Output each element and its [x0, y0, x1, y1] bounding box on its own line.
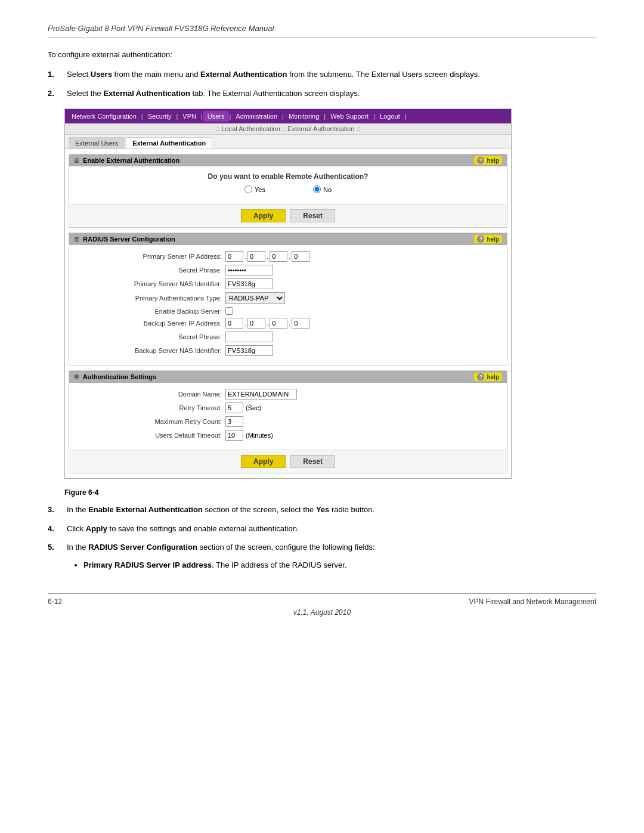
radius-config-header: ≣ RADIUS Server Configuration ? help — [69, 233, 507, 245]
domain-name-input[interactable] — [225, 389, 297, 400]
auth-settings-title: ≣ Authentication Settings — [74, 373, 156, 380]
primary-ip-label: Primary Server IP Address: — [79, 253, 222, 260]
bullet-list: Primary RADIUS Server IP address. The IP… — [83, 561, 596, 569]
nav-item-administration[interactable]: Administration — [231, 111, 281, 122]
auth-settings-body: Domain Name: Retry Timeout: (Sec) Maximu… — [69, 383, 507, 450]
tab-external-authentication[interactable]: External Authentication — [126, 137, 212, 148]
nav-item-users[interactable]: Users — [203, 111, 229, 122]
backup-secret-row: Secret Phrase: — [79, 332, 497, 342]
retry-timeout-label: Retry Timeout: — [79, 404, 222, 411]
retry-timeout-input[interactable] — [225, 402, 243, 413]
nav-item-security[interactable]: Security — [144, 111, 176, 122]
nav-item-logout[interactable]: Logout — [376, 111, 404, 122]
primary-auth-row: Primary Authentications Type: RADIUS-PAP… — [79, 292, 497, 304]
backup-ip-1[interactable] — [247, 318, 265, 329]
enable-auth-apply-button[interactable]: Apply — [241, 209, 286, 222]
enable-auth-section: ≣ Enable External Authentication ? help … — [69, 154, 507, 228]
radio-row: Yes No — [79, 185, 497, 193]
footer-right: VPN Firewall and Network Management — [469, 597, 596, 606]
nav-item-vpn[interactable]: VPN — [178, 111, 200, 122]
domain-name-label: Domain Name: — [79, 391, 222, 398]
backup-ip-label: Backup Server IP Address: — [79, 320, 222, 327]
max-retry-row: Maximum Retry Count: — [79, 416, 497, 427]
auth-settings-apply-button[interactable]: Apply — [241, 455, 286, 468]
help-icon-radius: ? — [477, 236, 484, 243]
radius-config-body: Primary Server IP Address: . . . Secret … — [69, 245, 507, 365]
secret-phrase-label: Secret Phrase: — [79, 267, 222, 274]
help-icon: ? — [477, 157, 484, 164]
primary-nas-input[interactable] — [225, 278, 273, 289]
enable-auth-help-btn[interactable]: ? help — [474, 156, 502, 165]
retry-timeout-row: Retry Timeout: (Sec) — [79, 402, 497, 413]
radio-no-option[interactable]: No — [313, 185, 332, 193]
screenshot-container: Network Configuration | Security | VPN |… — [64, 109, 512, 479]
primary-auth-select[interactable]: RADIUS-PAP RADIUS-CHAP — [225, 292, 285, 304]
enable-backup-row: Enable Backup Server: — [79, 307, 497, 315]
nav-item-monitoring[interactable]: Monitoring — [284, 111, 323, 122]
help-icon-auth: ? — [477, 373, 484, 380]
secret-phrase-row: Secret Phrase: — [79, 265, 497, 275]
intro-text: To configure external authentication: — [48, 50, 596, 59]
secret-phrase-input[interactable] — [225, 265, 273, 275]
footer-center: v1.1, August 2010 — [48, 608, 596, 617]
domain-name-row: Domain Name: — [79, 389, 497, 400]
auth-settings-header: ≣ Authentication Settings ? help — [69, 371, 507, 383]
breadcrumb-bar: :: Local Authentication :: External Auth… — [65, 123, 511, 135]
footer-left: 6-12 — [48, 597, 62, 606]
backup-secret-input[interactable] — [225, 332, 273, 342]
primary-nas-label: Primary Server NAS Identifier: — [79, 280, 222, 287]
radio-no[interactable] — [313, 185, 321, 193]
figure-caption: Figure 6-4 — [64, 488, 596, 497]
step-5: In the RADIUS Server Configuration secti… — [48, 541, 596, 553]
enable-auth-body: Do you want to enable Remote Authenticat… — [69, 166, 507, 204]
users-timeout-row: Users Default Timeout: (Minutes) — [79, 430, 497, 441]
backup-secret-label: Secret Phrase: — [79, 333, 222, 340]
backup-ip-3[interactable] — [292, 318, 309, 329]
auth-settings-help-btn[interactable]: ? help — [474, 373, 502, 381]
enable-auth-header: ≣ Enable External Authentication ? help — [69, 154, 507, 166]
primary-ip-row: Primary Server IP Address: . . . — [79, 251, 497, 262]
primary-nas-row: Primary Server NAS Identifier: — [79, 278, 497, 289]
nav-item-web-support[interactable]: Web Support — [326, 111, 373, 122]
max-retry-label: Maximum Retry Count: — [79, 418, 222, 425]
backup-nas-input[interactable] — [225, 345, 273, 356]
radio-yes[interactable] — [244, 185, 252, 193]
backup-nas-label: Backup Server NAS Identifier: — [79, 347, 222, 354]
enable-auth-reset-button[interactable]: Reset — [290, 209, 335, 222]
step-2: Select the External Authentication tab. … — [48, 88, 596, 100]
radio-yes-option[interactable]: Yes — [244, 185, 265, 193]
bullet-item-primary-radius: Primary RADIUS Server IP address. The IP… — [83, 561, 596, 569]
auth-settings-reset-button[interactable]: Reset — [290, 455, 335, 468]
enable-auth-title: ≣ Enable External Authentication — [74, 157, 179, 164]
auth-settings-button-row: Apply Reset — [69, 450, 507, 473]
backup-ip-0[interactable] — [225, 318, 243, 329]
users-timeout-input[interactable] — [225, 430, 243, 441]
retry-timeout-unit: (Sec) — [246, 404, 261, 411]
nav-item-network-config[interactable]: Network Configuration — [67, 111, 141, 122]
backup-ip-2[interactable] — [270, 318, 287, 329]
backup-ip-row: Backup Server IP Address: . . . — [79, 318, 497, 329]
users-timeout-label: Users Default Timeout: — [79, 432, 222, 439]
enable-backup-label: Enable Backup Server: — [79, 308, 222, 315]
radius-config-help-btn[interactable]: ? help — [474, 235, 502, 243]
enable-backup-checkbox[interactable] — [225, 307, 233, 315]
tab-external-users[interactable]: External Users — [69, 137, 125, 148]
backup-ip-inputs: . . . — [225, 318, 309, 329]
post-step-list: In the Enable External Authentication se… — [48, 504, 596, 553]
tab-bar: External Users External Authentication — [65, 135, 511, 149]
primary-ip-2[interactable] — [270, 251, 287, 262]
primary-ip-3[interactable] — [292, 251, 309, 262]
step-3: In the Enable External Authentication se… — [48, 504, 596, 516]
max-retry-input[interactable] — [225, 416, 243, 427]
primary-ip-0[interactable] — [225, 251, 243, 262]
primary-auth-label: Primary Authentications Type: — [79, 295, 222, 302]
primary-ip-1[interactable] — [247, 251, 265, 262]
radius-config-title: ≣ RADIUS Server Configuration — [74, 236, 175, 243]
step-list: Select Users from the main menu and Exte… — [48, 69, 596, 99]
auth-settings-section: ≣ Authentication Settings ? help Domain … — [69, 370, 507, 473]
step-4: Click Apply to save the settings and ena… — [48, 523, 596, 535]
enable-auth-question: Do you want to enable Remote Authenticat… — [79, 172, 497, 181]
users-timeout-unit: (Minutes) — [246, 432, 273, 439]
header-title: ProSafe Gigabit 8 Port VPN Firewall FVS3… — [48, 24, 274, 33]
primary-ip-inputs: . . . — [225, 251, 309, 262]
